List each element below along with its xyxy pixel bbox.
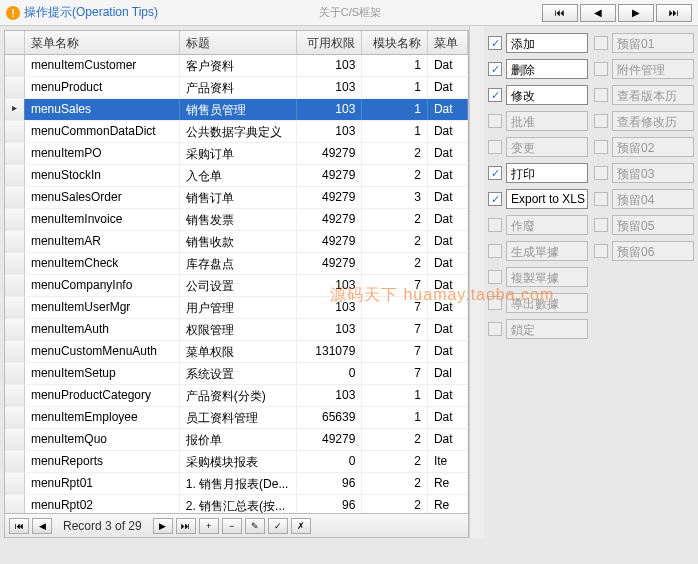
checkbox[interactable]: ✓	[488, 192, 502, 206]
table-row[interactable]: menuItemEmployee员工资料管理656391Dat	[5, 407, 468, 429]
row-indicator	[5, 143, 25, 164]
cell-title: 产品资料(分类)	[180, 385, 297, 406]
cell-menu-name: menuItemPO	[25, 143, 180, 164]
checkbox[interactable]: ✓	[488, 166, 502, 180]
cell-title: 销售发票	[180, 209, 297, 230]
page-next-button[interactable]: ▶	[153, 518, 173, 534]
grid-body[interactable]: menuItemCustomer客户资料1031DatmenuProduct产品…	[5, 55, 468, 513]
cell-module: 2	[362, 473, 428, 494]
permission-label: 批准	[506, 111, 588, 131]
table-row[interactable]: menuReports采购模块报表02Ite	[5, 451, 468, 473]
cell-menu-name: menuItemCheck	[25, 253, 180, 274]
vertical-scrollbar[interactable]	[469, 26, 484, 538]
page-edit-button[interactable]: ✎	[245, 518, 265, 534]
checkbox[interactable]: ✓	[488, 88, 502, 102]
table-row[interactable]: menuStockIn入仓单492792Dat	[5, 165, 468, 187]
table-row[interactable]: menuItemPO采购订单492792Dat	[5, 143, 468, 165]
cell-title: 客户资料	[180, 55, 297, 76]
checkbox	[594, 166, 608, 180]
reserved-row: 预留04	[594, 188, 694, 210]
table-row[interactable]: menuRpt022. 销售汇总表(按...962Re	[5, 495, 468, 513]
reserved-row: 查看修改历	[594, 110, 694, 132]
permission-label[interactable]: 修改	[506, 85, 588, 105]
col-module[interactable]: 模块名称	[362, 31, 428, 54]
table-row[interactable]: menuItemAR销售收款492792Dat	[5, 231, 468, 253]
permission-row: 鎖定	[488, 318, 588, 340]
checkbox	[488, 322, 502, 336]
permission-label: 作廢	[506, 215, 588, 235]
table-row[interactable]: menuProduct产品资料1031Dat	[5, 77, 468, 99]
row-indicator	[5, 297, 25, 318]
cell-permission: 65639	[297, 407, 363, 428]
cell-module: 7	[362, 363, 428, 384]
page-last-button[interactable]: ⏭	[176, 518, 196, 534]
data-grid: 菜单名称 标题 可用权限 模块名称 菜单 menuItemCustomer客户资…	[4, 30, 469, 538]
table-row[interactable]: menuItemInvoice销售发票492792Dat	[5, 209, 468, 231]
col-title[interactable]: 标题	[180, 31, 297, 54]
table-row[interactable]: menuItemAuth权限管理1037Dat	[5, 319, 468, 341]
col-menu[interactable]: 菜单	[428, 31, 468, 54]
row-indicator	[5, 385, 25, 406]
table-row[interactable]: menuCompanyInfo公司设置1037Dat	[5, 275, 468, 297]
permission-row: ✓Export to XLS	[488, 188, 588, 210]
reserved-label: 查看修改历	[612, 111, 694, 131]
cell-menu: Dat	[428, 319, 468, 340]
row-indicator-header	[5, 31, 25, 54]
cell-permission: 96	[297, 495, 363, 513]
cell-title: 1. 销售月报表(De...	[180, 473, 297, 494]
table-row[interactable]: menuCommonDataDict公共数据字典定义1031Dat	[5, 121, 468, 143]
cell-module: 2	[362, 143, 428, 164]
nav-first-button[interactable]: ⏮	[542, 4, 578, 22]
cell-menu: Dat	[428, 341, 468, 362]
cell-title: 报价单	[180, 429, 297, 450]
cell-module: 2	[362, 165, 428, 186]
col-menu-name[interactable]: 菜单名称	[25, 31, 180, 54]
permission-label[interactable]: 打印	[506, 163, 588, 183]
reserved-row: 查看版本历	[594, 84, 694, 106]
operation-tips[interactable]: ! 操作提示(Operation Tips)	[6, 4, 158, 21]
page-add-button[interactable]: +	[199, 518, 219, 534]
nav-prev-button[interactable]: ◀	[580, 4, 616, 22]
nav-last-button[interactable]: ⏭	[656, 4, 692, 22]
table-row[interactable]: menuProductCategory产品资料(分类)1031Dat	[5, 385, 468, 407]
page-confirm-button[interactable]: ✓	[268, 518, 288, 534]
cell-module: 1	[362, 99, 428, 120]
cell-menu: Dat	[428, 231, 468, 252]
cell-permission: 49279	[297, 209, 363, 230]
permission-row: ✓删除	[488, 58, 588, 80]
nav-next-button[interactable]: ▶	[618, 4, 654, 22]
cell-module: 1	[362, 121, 428, 142]
cell-permission: 103	[297, 275, 363, 296]
cell-permission: 49279	[297, 231, 363, 252]
table-row[interactable]: menuItemCustomer客户资料1031Dat	[5, 55, 468, 77]
table-row[interactable]: menuRpt011. 销售月报表(De...962Re	[5, 473, 468, 495]
page-prev-button[interactable]: ◀	[32, 518, 52, 534]
permission-row: ✓修改	[488, 84, 588, 106]
permission-label[interactable]: 添加	[506, 33, 588, 53]
table-row[interactable]: menuItemQuo报价单492792Dat	[5, 429, 468, 451]
checkbox[interactable]: ✓	[488, 36, 502, 50]
cell-menu-name: menuItemEmployee	[25, 407, 180, 428]
cell-menu: Dat	[428, 55, 468, 76]
table-row[interactable]: menuSalesOrder销售订单492793Dat	[5, 187, 468, 209]
table-row[interactable]: menuItemCheck库存盘点492792Dat	[5, 253, 468, 275]
cell-title: 2. 销售汇总表(按...	[180, 495, 297, 513]
table-row[interactable]: menuItemSetup系统设置07Dal	[5, 363, 468, 385]
reserved-label: 查看版本历	[612, 85, 694, 105]
permission-label[interactable]: Export to XLS	[506, 189, 588, 209]
page-cancel-button[interactable]: ✗	[291, 518, 311, 534]
table-row[interactable]: ▸menuSales销售员管理1031Dat	[5, 99, 468, 121]
page-remove-button[interactable]: −	[222, 518, 242, 534]
cell-menu: Dat	[428, 187, 468, 208]
cell-menu-name: menuRpt01	[25, 473, 180, 494]
reserved-label: 附件管理	[612, 59, 694, 79]
table-row[interactable]: menuItemUserMgr用户管理1037Dat	[5, 297, 468, 319]
table-row[interactable]: menuCustomMenuAuth菜单权限1310797Dat	[5, 341, 468, 363]
checkbox[interactable]: ✓	[488, 62, 502, 76]
page-first-button[interactable]: ⏮	[9, 518, 29, 534]
cell-menu-name: menuCompanyInfo	[25, 275, 180, 296]
permission-label[interactable]: 删除	[506, 59, 588, 79]
permission-row: ✓添加	[488, 32, 588, 54]
col-permission[interactable]: 可用权限	[297, 31, 363, 54]
row-indicator	[5, 77, 25, 98]
